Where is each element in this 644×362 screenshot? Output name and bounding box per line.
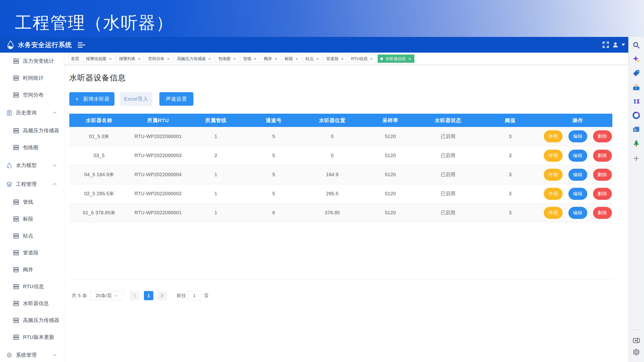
edit-button[interactable]: 编辑 <box>568 169 587 181</box>
disable-button[interactable]: 停用 <box>544 169 562 181</box>
tab[interactable]: 首页 <box>68 54 82 63</box>
add-hydrophone-button[interactable]: ＋ 新增水听器 <box>69 92 114 106</box>
column-header: 水听器名称 <box>69 114 129 127</box>
chevron-down-icon <box>114 295 118 297</box>
search-icon[interactable] <box>633 41 640 49</box>
sidebar-item[interactable]: 系统管理 <box>0 346 64 362</box>
edit-button[interactable]: 编辑 <box>568 130 587 142</box>
menu-collapse-icon[interactable] <box>78 42 85 48</box>
sidebar-item[interactable]: RTU信息 <box>0 278 64 295</box>
close-icon[interactable]: × <box>274 57 278 61</box>
sidebar-item-label: 空间分布 <box>23 91 44 98</box>
edit-button[interactable]: 编辑 <box>568 207 587 219</box>
sidebar-item[interactable]: 高频压力传感器 <box>0 122 64 139</box>
close-icon[interactable]: × <box>253 57 257 61</box>
sidebar-item[interactable]: RTU版本更新 <box>0 329 64 346</box>
sidebar-item-label: RTU信息 <box>23 283 44 290</box>
cell-name: 04_5 184.9米 <box>69 165 129 184</box>
close-icon[interactable]: × <box>316 57 320 61</box>
sidebar-item[interactable]: 站点 <box>0 227 64 244</box>
disable-button[interactable]: 停用 <box>544 130 562 142</box>
outlook-icon[interactable] <box>633 126 640 133</box>
tab[interactable]: 包络图 × <box>216 54 239 63</box>
close-icon[interactable]: × <box>340 57 344 61</box>
chevron-up-icon <box>53 112 56 114</box>
tab[interactable]: 标段 × <box>282 54 301 63</box>
disable-button[interactable]: 停用 <box>544 150 562 162</box>
tags-view: 首页 报警信息图 × 报警列表 × 空间分布 × 高频压力传感器 <box>64 53 628 65</box>
copilot-icon[interactable] <box>633 55 640 63</box>
sidebar-item-label: 标段 <box>23 216 33 222</box>
sound-speed-button[interactable]: 声速设置 <box>159 92 194 106</box>
sidebar-item[interactable]: 高频压力传感器 <box>0 312 64 329</box>
close-icon[interactable]: × <box>138 57 141 61</box>
delete-button[interactable]: 删除 <box>593 207 612 219</box>
sidebar-item[interactable]: 时间统计 <box>0 69 64 86</box>
prev-page-button[interactable] <box>130 291 139 300</box>
cell-pipeline: 2 <box>187 146 244 165</box>
microsoft-365-icon[interactable] <box>633 112 640 119</box>
tab[interactable]: 高频压力传感器 × <box>174 54 214 63</box>
sidebar-item[interactable]: 管道段 <box>0 244 64 261</box>
delete-button[interactable]: 删除 <box>593 188 612 200</box>
close-icon[interactable]: × <box>166 57 170 61</box>
close-icon[interactable]: × <box>208 57 212 61</box>
tab[interactable]: 空间分布 × <box>145 54 173 63</box>
column-header: 水听器位置 <box>303 114 362 127</box>
caret-down-icon[interactable] <box>622 44 625 46</box>
drop-icon <box>6 163 12 168</box>
tab[interactable]: 报警列表 × <box>116 54 144 63</box>
edit-button[interactable]: 编辑 <box>568 188 587 200</box>
games-icon[interactable] <box>633 97 640 105</box>
open-panel-icon[interactable] <box>633 337 640 344</box>
app-window: 水务安全运行系统 压力突变统计 时间统计 空间分布 <box>0 37 628 362</box>
cell-name: 01_6 378.85米 <box>69 203 129 222</box>
close-icon[interactable]: × <box>295 57 299 61</box>
tab[interactable]: 管道段 × <box>324 54 347 63</box>
next-page-button[interactable] <box>157 291 167 300</box>
tab[interactable]: 水听器信息 × <box>378 54 414 63</box>
shopping-icon[interactable] <box>633 69 640 77</box>
server-icon <box>13 145 19 150</box>
sidebar-item[interactable]: 工程管理 <box>0 175 64 194</box>
disable-button[interactable]: 停用 <box>544 188 562 200</box>
fullscreen-icon[interactable] <box>602 41 609 48</box>
tab[interactable]: 阀井 × <box>261 54 280 63</box>
excel-import-button[interactable]: Excel导入 <box>120 92 152 106</box>
sidebar-item[interactable]: 阀井 <box>0 261 64 278</box>
close-icon[interactable]: × <box>232 57 236 61</box>
app-title: 水务安全运行系统 <box>18 40 72 49</box>
settings-icon[interactable] <box>633 349 640 356</box>
tab[interactable]: RTU信息 × <box>348 54 376 63</box>
disable-button[interactable]: 停用 <box>544 207 562 219</box>
app-navbar: 水务安全运行系统 <box>0 37 628 53</box>
sidebar-item[interactable]: 水力模型 <box>0 156 64 175</box>
sidebar-item[interactable]: 标段 <box>0 210 64 227</box>
delete-button[interactable]: 删除 <box>593 130 612 142</box>
tree-icon[interactable] <box>633 140 640 147</box>
sidebar-item[interactable]: 压力突变统计 <box>0 53 64 69</box>
server-icon <box>13 58 19 64</box>
cell-pipeline: 1 <box>187 127 244 146</box>
edit-button[interactable]: 编辑 <box>568 150 587 162</box>
close-icon[interactable]: × <box>408 57 412 61</box>
add-icon[interactable] <box>633 155 640 162</box>
toolbox-icon[interactable] <box>633 84 640 91</box>
tab[interactable]: 管线 × <box>240 54 260 63</box>
sidebar-item[interactable]: 空间分布 <box>0 86 64 103</box>
sidebar-item[interactable]: 水听器信息 <box>0 295 64 312</box>
edge-sidebar <box>628 37 644 362</box>
sidebar-item[interactable]: 管线 <box>0 194 64 210</box>
delete-button[interactable]: 删除 <box>593 150 612 162</box>
page-size-select[interactable]: 20条/页 <box>90 291 124 300</box>
sidebar-item[interactable]: 包络图 <box>0 139 64 156</box>
tab[interactable]: 站点 × <box>303 54 322 63</box>
tab[interactable]: 报警信息图 × <box>83 54 115 63</box>
user-avatar-icon[interactable] <box>612 42 618 48</box>
delete-button[interactable]: 删除 <box>593 169 612 181</box>
goto-page-input[interactable] <box>187 291 202 300</box>
close-icon[interactable]: × <box>108 57 112 61</box>
current-page-button[interactable]: 1 <box>144 291 153 300</box>
close-icon[interactable]: × <box>370 57 374 61</box>
sidebar-item[interactable]: 历史查询 <box>0 103 64 122</box>
